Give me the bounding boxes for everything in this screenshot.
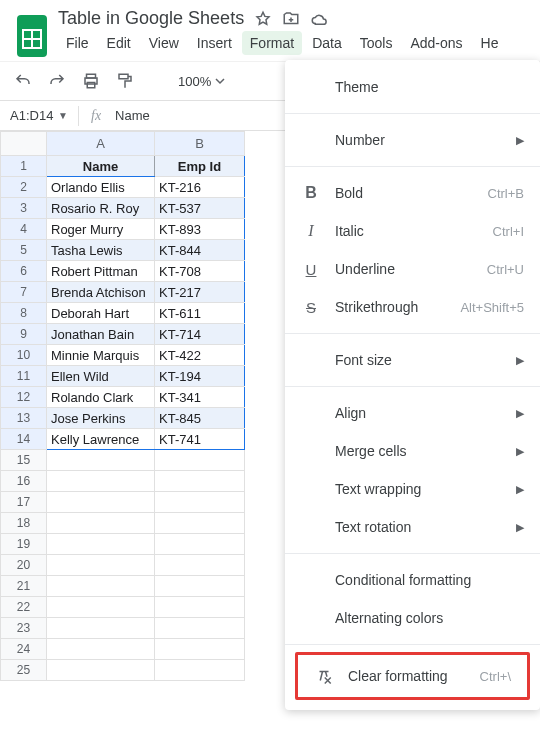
menu-font-size[interactable]: Font size ▶ bbox=[285, 341, 540, 379]
row-header[interactable]: 23 bbox=[1, 618, 47, 639]
cell[interactable] bbox=[155, 471, 245, 492]
row-header[interactable]: 6 bbox=[1, 261, 47, 282]
cell[interactable] bbox=[47, 450, 155, 471]
cell[interactable]: Kelly Lawrence bbox=[47, 429, 155, 450]
name-box[interactable]: A1:D14 ▼ bbox=[0, 108, 72, 123]
menu-strikethrough[interactable]: S Strikethrough Alt+Shift+5 bbox=[285, 288, 540, 326]
menu-text-wrapping[interactable]: Text wrapping ▶ bbox=[285, 470, 540, 508]
row-header[interactable]: 4 bbox=[1, 219, 47, 240]
cell[interactable]: Rolando Clark bbox=[47, 387, 155, 408]
cell[interactable]: Rosario R. Roy bbox=[47, 198, 155, 219]
cell[interactable] bbox=[47, 534, 155, 555]
menu-data[interactable]: Data bbox=[304, 31, 350, 55]
sheets-logo-icon[interactable] bbox=[14, 12, 50, 60]
cell[interactable] bbox=[47, 492, 155, 513]
cell[interactable] bbox=[47, 513, 155, 534]
cell[interactable] bbox=[47, 576, 155, 597]
menu-italic[interactable]: I Italic Ctrl+I bbox=[285, 212, 540, 250]
cell[interactable]: KT-845 bbox=[155, 408, 245, 429]
menu-edit[interactable]: Edit bbox=[99, 31, 139, 55]
row-header[interactable]: 21 bbox=[1, 576, 47, 597]
cell[interactable] bbox=[155, 534, 245, 555]
menu-view[interactable]: View bbox=[141, 31, 187, 55]
cell[interactable] bbox=[155, 639, 245, 660]
row-header[interactable]: 15 bbox=[1, 450, 47, 471]
cell[interactable]: Deborah Hart bbox=[47, 303, 155, 324]
row-header[interactable]: 18 bbox=[1, 513, 47, 534]
cloud-icon[interactable] bbox=[310, 10, 328, 28]
select-all-corner[interactable] bbox=[1, 132, 47, 156]
row-header[interactable]: 1 bbox=[1, 156, 47, 177]
menu-clear-formatting[interactable]: Clear formatting Ctrl+\ bbox=[298, 655, 527, 697]
menu-conditional-formatting[interactable]: Conditional formatting bbox=[285, 561, 540, 599]
row-header[interactable]: 5 bbox=[1, 240, 47, 261]
menu-bold[interactable]: B Bold Ctrl+B bbox=[285, 174, 540, 212]
row-header[interactable]: 10 bbox=[1, 345, 47, 366]
row-header[interactable]: 24 bbox=[1, 639, 47, 660]
star-icon[interactable] bbox=[254, 10, 272, 28]
row-header[interactable]: 19 bbox=[1, 534, 47, 555]
cell[interactable]: Emp Id bbox=[155, 156, 245, 177]
zoom-select[interactable]: 100% bbox=[172, 74, 231, 89]
cell[interactable] bbox=[47, 660, 155, 681]
row-header[interactable]: 9 bbox=[1, 324, 47, 345]
row-header[interactable]: 20 bbox=[1, 555, 47, 576]
cell[interactable] bbox=[47, 639, 155, 660]
menu-tools[interactable]: Tools bbox=[352, 31, 401, 55]
row-header[interactable]: 17 bbox=[1, 492, 47, 513]
redo-icon[interactable] bbox=[44, 68, 70, 94]
row-header[interactable]: 7 bbox=[1, 282, 47, 303]
cell[interactable]: Name bbox=[47, 156, 155, 177]
undo-icon[interactable] bbox=[10, 68, 36, 94]
cell[interactable] bbox=[155, 618, 245, 639]
cell[interactable] bbox=[47, 618, 155, 639]
menu-insert[interactable]: Insert bbox=[189, 31, 240, 55]
menu-text-rotation[interactable]: Text rotation ▶ bbox=[285, 508, 540, 546]
cell[interactable] bbox=[47, 555, 155, 576]
menu-underline[interactable]: U Underline Ctrl+U bbox=[285, 250, 540, 288]
cell[interactable]: Robert Pittman bbox=[47, 261, 155, 282]
cell[interactable]: Orlando Ellis bbox=[47, 177, 155, 198]
row-header[interactable]: 25 bbox=[1, 660, 47, 681]
row-header[interactable]: 12 bbox=[1, 387, 47, 408]
cell[interactable]: KT-844 bbox=[155, 240, 245, 261]
cell[interactable]: Minnie Marquis bbox=[47, 345, 155, 366]
cell[interactable] bbox=[155, 576, 245, 597]
paint-format-icon[interactable] bbox=[112, 68, 138, 94]
cell[interactable]: Brenda Atchison bbox=[47, 282, 155, 303]
cell[interactable] bbox=[155, 492, 245, 513]
row-header[interactable]: 14 bbox=[1, 429, 47, 450]
cell[interactable]: KT-217 bbox=[155, 282, 245, 303]
cell[interactable]: KT-893 bbox=[155, 219, 245, 240]
cell[interactable]: Jose Perkins bbox=[47, 408, 155, 429]
menu-merge-cells[interactable]: Merge cells ▶ bbox=[285, 432, 540, 470]
cell[interactable]: Jonathan Bain bbox=[47, 324, 155, 345]
menu-alternating-colors[interactable]: Alternating colors bbox=[285, 599, 540, 637]
cell[interactable]: KT-741 bbox=[155, 429, 245, 450]
cell[interactable] bbox=[47, 471, 155, 492]
row-header[interactable]: 8 bbox=[1, 303, 47, 324]
menu-format[interactable]: Format bbox=[242, 31, 302, 55]
cell[interactable]: Roger Murry bbox=[47, 219, 155, 240]
row-header[interactable]: 11 bbox=[1, 366, 47, 387]
row-header[interactable]: 2 bbox=[1, 177, 47, 198]
cell[interactable]: KT-194 bbox=[155, 366, 245, 387]
document-title[interactable]: Table in Google Sheets bbox=[58, 8, 244, 29]
menu-file[interactable]: File bbox=[58, 31, 97, 55]
cell[interactable]: KT-216 bbox=[155, 177, 245, 198]
menu-align[interactable]: Align ▶ bbox=[285, 394, 540, 432]
menu-help[interactable]: He bbox=[473, 31, 507, 55]
row-header[interactable]: 16 bbox=[1, 471, 47, 492]
row-header[interactable]: 3 bbox=[1, 198, 47, 219]
print-icon[interactable] bbox=[78, 68, 104, 94]
formula-value[interactable]: Name bbox=[107, 108, 150, 123]
cell[interactable]: Tasha Lewis bbox=[47, 240, 155, 261]
menu-addons[interactable]: Add-ons bbox=[402, 31, 470, 55]
cell[interactable]: KT-611 bbox=[155, 303, 245, 324]
col-header[interactable]: B bbox=[155, 132, 245, 156]
cell[interactable] bbox=[155, 450, 245, 471]
col-header[interactable]: A bbox=[47, 132, 155, 156]
row-header[interactable]: 13 bbox=[1, 408, 47, 429]
cell[interactable]: Ellen Wild bbox=[47, 366, 155, 387]
move-icon[interactable] bbox=[282, 10, 300, 28]
